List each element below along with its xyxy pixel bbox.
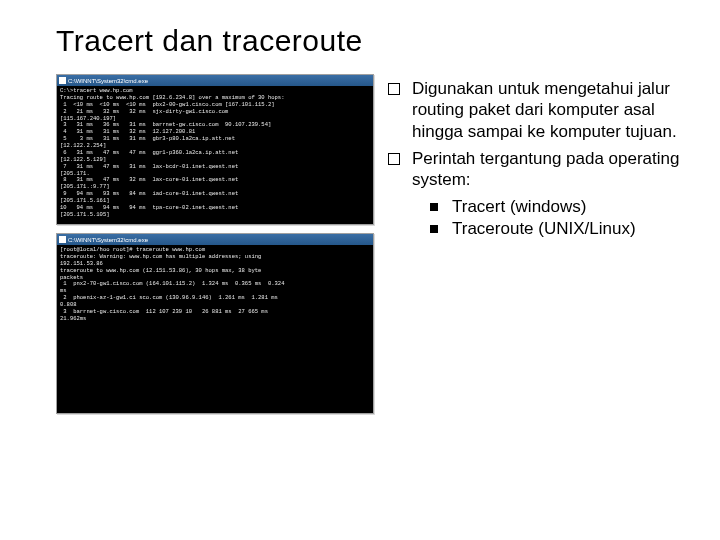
sub-bullet-item: Tracert (windows): [426, 196, 684, 218]
slide: Tracert dan traceroute C:\WINNT\System32…: [0, 0, 720, 422]
terminal-titlebar: C:\WINNT\System32\cmd.exe: [57, 234, 373, 245]
sub-bullet-list: Tracert (windows) Traceroute (UNIX/Linux…: [386, 196, 684, 240]
terminal-window-traceroute: C:\WINNT\System32\cmd.exe [root@local/ho…: [56, 233, 374, 414]
terminal-output: [root@local/hoo root]# traceroute www.hp…: [57, 245, 373, 413]
bullet-item: Perintah tergantung pada operating syste…: [386, 148, 684, 191]
terminal-output: C:\>tracert www.hp.com Tracing route to …: [57, 86, 373, 224]
bullet-list: Digunakan untuk mengetahui jalur routing…: [386, 78, 684, 190]
terminal-column: C:\WINNT\System32\cmd.exe C:\>tracert ww…: [56, 74, 374, 422]
bullet-item: Digunakan untuk mengetahui jalur routing…: [386, 78, 684, 142]
page-title: Tracert dan traceroute: [56, 24, 684, 58]
terminal-title-text: C:\WINNT\System32\cmd.exe: [68, 237, 148, 243]
terminal-window-tracert: C:\WINNT\System32\cmd.exe C:\>tracert ww…: [56, 74, 374, 225]
cmd-icon: [59, 77, 66, 84]
terminal-title-text: C:\WINNT\System32\cmd.exe: [68, 78, 148, 84]
content-row: C:\WINNT\System32\cmd.exe C:\>tracert ww…: [56, 74, 684, 422]
text-column: Digunakan untuk mengetahui jalur routing…: [386, 74, 684, 422]
terminal-titlebar: C:\WINNT\System32\cmd.exe: [57, 75, 373, 86]
sub-bullet-item: Traceroute (UNIX/Linux): [426, 218, 684, 240]
cmd-icon: [59, 236, 66, 243]
